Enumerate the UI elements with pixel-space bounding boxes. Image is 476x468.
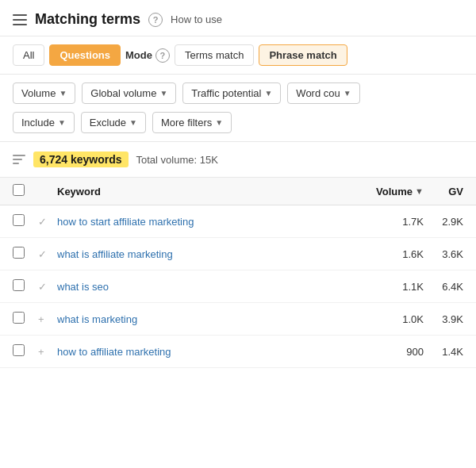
exclude-filter[interactable]: Exclude ▼ — [81, 112, 146, 133]
more-filters[interactable]: More filters ▼ — [152, 112, 232, 133]
volume-filter[interactable]: Volume ▼ — [13, 82, 75, 104]
more-filters-arrow-icon: ▼ — [215, 118, 223, 127]
word-count-arrow-icon: ▼ — [344, 89, 351, 98]
row-gv-2: 6.4K — [424, 281, 463, 293]
exclude-arrow-icon: ▼ — [129, 118, 137, 127]
filters-row-1: Volume ▼ Global volume ▼ Traffic potenti… — [0, 75, 476, 112]
select-all-checkbox[interactable] — [13, 184, 25, 196]
tabs-row: All Questions Mode ? Terms match Phrase … — [0, 36, 476, 75]
traffic-potential-filter[interactable]: Traffic potential ▼ — [182, 82, 281, 104]
summary-row: 6,724 keywords Total volume: 15K — [0, 142, 476, 178]
row-checkbox-0[interactable] — [13, 214, 25, 226]
row-checkbox-2[interactable] — [13, 279, 25, 291]
row-status-icon-2: ✓ — [38, 281, 57, 293]
include-arrow-icon: ▼ — [58, 118, 66, 127]
table-row: + how to affiliate marketing 900 1.4K — [0, 336, 476, 368]
row-checkbox-1[interactable] — [13, 247, 25, 259]
row-check-0 — [13, 214, 38, 228]
volume-arrow-icon: ▼ — [59, 89, 67, 98]
row-gv-3: 3.9K — [424, 313, 463, 325]
include-filter[interactable]: Include ▼ — [13, 112, 75, 133]
tab-terms-match[interactable]: Terms match — [175, 44, 254, 66]
table-row: ✓ what is affiliate marketing 1.6K 3.6K — [0, 238, 476, 270]
row-volume-3: 1.0K — [360, 313, 424, 325]
row-gv-4: 1.4K — [424, 346, 463, 358]
volume-sort-icon: ▼ — [415, 186, 424, 196]
page-header: Matching terms ? How to use — [0, 0, 476, 36]
table-row: + what is marketing 1.0K 3.9K — [0, 303, 476, 336]
row-volume-1: 1.6K — [360, 248, 424, 260]
th-volume[interactable]: Volume ▼ — [360, 186, 424, 198]
tab-all[interactable]: All — [13, 44, 44, 66]
row-volume-4: 900 — [360, 346, 424, 358]
th-check — [13, 184, 38, 198]
page-title: Matching terms — [35, 11, 140, 28]
row-keyword-3[interactable]: what is marketing — [57, 313, 360, 325]
th-gv: GV — [424, 186, 463, 198]
global-volume-filter[interactable]: Global volume ▼ — [82, 82, 176, 104]
th-keyword: Keyword — [57, 186, 360, 198]
global-volume-arrow-icon: ▼ — [159, 89, 167, 98]
row-keyword-1[interactable]: what is affiliate marketing — [57, 248, 360, 260]
how-to-use-link[interactable]: How to use — [171, 13, 222, 25]
row-check-3 — [13, 312, 38, 326]
keyword-count: 6,724 keywords — [33, 152, 129, 167]
row-status-icon-4: + — [38, 346, 57, 358]
row-keyword-2[interactable]: what is seo — [57, 281, 360, 293]
row-status-icon-0: ✓ — [38, 216, 57, 228]
word-count-filter[interactable]: Word cou ▼ — [287, 82, 359, 104]
row-volume-2: 1.1K — [360, 281, 424, 293]
table-body: ✓ how to start affiliate marketing 1.7K … — [0, 205, 476, 368]
traffic-arrow-icon: ▼ — [264, 89, 272, 98]
table-row: ✓ what is seo 1.1K 6.4K — [0, 270, 476, 303]
row-status-icon-1: ✓ — [38, 248, 57, 260]
row-check-2 — [13, 279, 38, 293]
tab-phrase-match[interactable]: Phrase match — [259, 44, 347, 66]
row-checkbox-3[interactable] — [13, 312, 25, 324]
row-volume-0: 1.7K — [360, 216, 424, 228]
mode-help-icon[interactable]: ? — [155, 48, 170, 63]
row-status-icon-3: + — [38, 313, 57, 325]
row-checkbox-4[interactable] — [13, 344, 25, 356]
row-keyword-0[interactable]: how to start affiliate marketing — [57, 216, 360, 228]
row-check-1 — [13, 247, 38, 261]
table-row: ✓ how to start affiliate marketing 1.7K … — [0, 205, 476, 238]
row-gv-1: 3.6K — [424, 248, 463, 260]
total-volume: Total volume: 15K — [136, 154, 218, 166]
table-header: Keyword Volume ▼ GV — [0, 178, 476, 205]
row-gv-0: 2.9K — [424, 216, 463, 228]
tab-questions[interactable]: Questions — [49, 44, 121, 66]
help-icon[interactable]: ? — [148, 13, 163, 27]
filters-row-2: Include ▼ Exclude ▼ More filters ▼ — [0, 112, 476, 142]
row-keyword-4[interactable]: how to affiliate marketing — [57, 346, 360, 358]
mode-label: Mode ? — [125, 48, 170, 63]
row-check-4 — [13, 344, 38, 359]
hamburger-icon[interactable] — [13, 14, 27, 25]
sort-icon[interactable] — [13, 155, 25, 164]
